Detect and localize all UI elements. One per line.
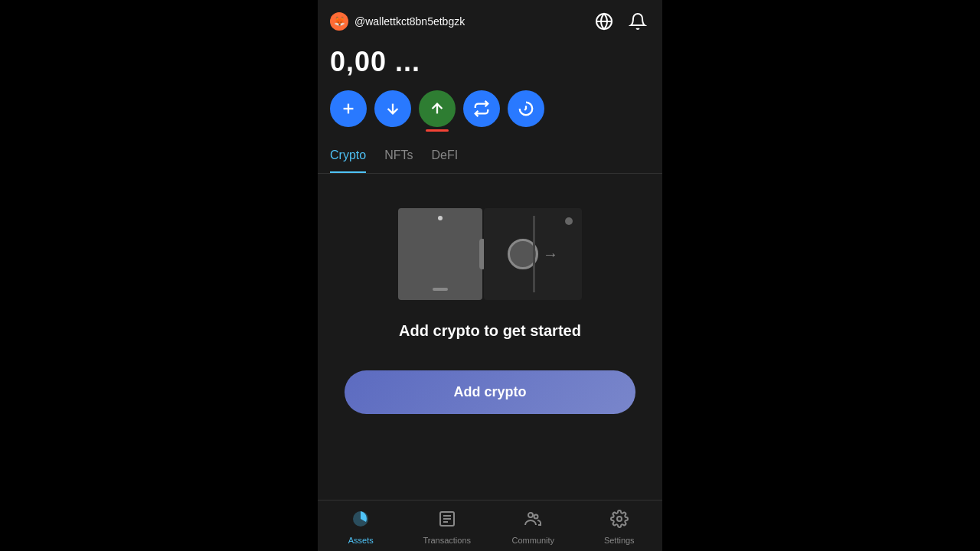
swap-button[interactable] — [463, 90, 500, 127]
wallet-address-text: @wallettkct8bn5etbgzk — [354, 15, 465, 28]
community-icon — [524, 510, 542, 533]
svg-point-10 — [528, 513, 533, 517]
header-icons — [592, 9, 650, 34]
more-button[interactable] — [508, 90, 544, 127]
add-crypto-button[interactable]: Add crypto — [345, 370, 635, 414]
phone-container: 🦊 @wallettkct8bn5etbgzk 0,00 ... — [318, 0, 662, 551]
balance-section: 0,00 ... — [318, 40, 662, 90]
tab-crypto[interactable]: Crypto — [330, 139, 366, 173]
bottom-nav: Assets Transactions — [318, 500, 662, 551]
nav-transactions[interactable]: Transactions — [404, 507, 491, 548]
community-label: Community — [511, 536, 554, 545]
assets-label: Assets — [348, 536, 374, 545]
nav-settings[interactable]: Settings — [577, 507, 663, 548]
empty-state-heading: Add crypto to get started — [399, 322, 581, 340]
send-button[interactable] — [419, 90, 456, 127]
header: 🦊 @wallettkct8bn5etbgzk — [318, 0, 662, 40]
crypto-illustration: → — [398, 204, 582, 304]
tabs: Crypto NFTs DeFI — [318, 139, 662, 174]
nav-assets[interactable]: Assets — [318, 507, 404, 548]
transactions-label: Transactions — [423, 536, 471, 545]
tab-nfts[interactable]: NFTs — [384, 139, 413, 173]
safe-left — [398, 208, 482, 300]
action-buttons — [318, 90, 662, 139]
add-button[interactable] — [330, 90, 367, 127]
settings-label: Settings — [604, 536, 635, 545]
balance-amount: 0,00 ... — [330, 46, 650, 78]
nav-community[interactable]: Community — [490, 507, 577, 548]
settings-icon — [610, 510, 629, 533]
door-line — [533, 216, 535, 292]
receive-button[interactable] — [374, 90, 411, 127]
tab-defi[interactable]: DeFI — [431, 139, 458, 173]
safe-image: → — [398, 204, 582, 304]
svg-point-12 — [617, 517, 622, 521]
wallet-address-container: 🦊 @wallettkct8bn5etbgzk — [330, 12, 465, 31]
wallet-icon: 🦊 — [330, 12, 348, 31]
safe-right: → — [484, 208, 582, 300]
svg-point-11 — [534, 515, 538, 519]
transfer-arrow: → — [543, 246, 558, 263]
transactions-icon — [438, 510, 456, 533]
globe-button[interactable] — [592, 9, 616, 34]
main-content: → Add crypto to get started Add crypto — [318, 174, 662, 500]
notification-button[interactable] — [626, 9, 650, 34]
assets-icon — [351, 510, 370, 533]
